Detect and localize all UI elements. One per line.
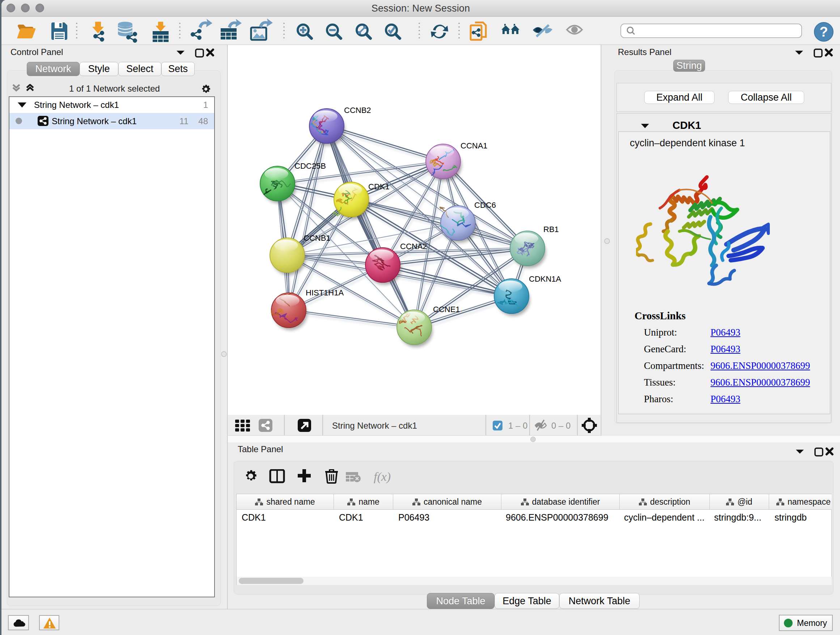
svg-text:0 – 0: 0 – 0 xyxy=(551,421,570,431)
svg-text:String Network – cdk1: String Network – cdk1 xyxy=(332,421,417,431)
svg-text:CCNB2: CCNB2 xyxy=(344,106,371,115)
svg-text:HIST1H1A: HIST1H1A xyxy=(306,288,344,297)
svg-text:?: ? xyxy=(819,24,828,40)
svg-text:CCNA2: CCNA2 xyxy=(400,242,427,251)
svg-text:f(x): f(x) xyxy=(374,470,391,484)
svg-text:CDK1: CDK1 xyxy=(368,182,390,191)
svg-text:CCNA1: CCNA1 xyxy=(461,141,488,150)
svg-text:1 – 0: 1 – 0 xyxy=(508,421,527,431)
svg-text:CCNB1: CCNB1 xyxy=(303,233,331,242)
svg-text:RB1: RB1 xyxy=(543,225,559,234)
svg-text:CDC25B: CDC25B xyxy=(294,162,326,171)
svg-text:CCNE1: CCNE1 xyxy=(433,305,460,314)
svg-text:CDKN1A: CDKN1A xyxy=(529,274,561,283)
svg-text:CDC6: CDC6 xyxy=(474,201,496,210)
